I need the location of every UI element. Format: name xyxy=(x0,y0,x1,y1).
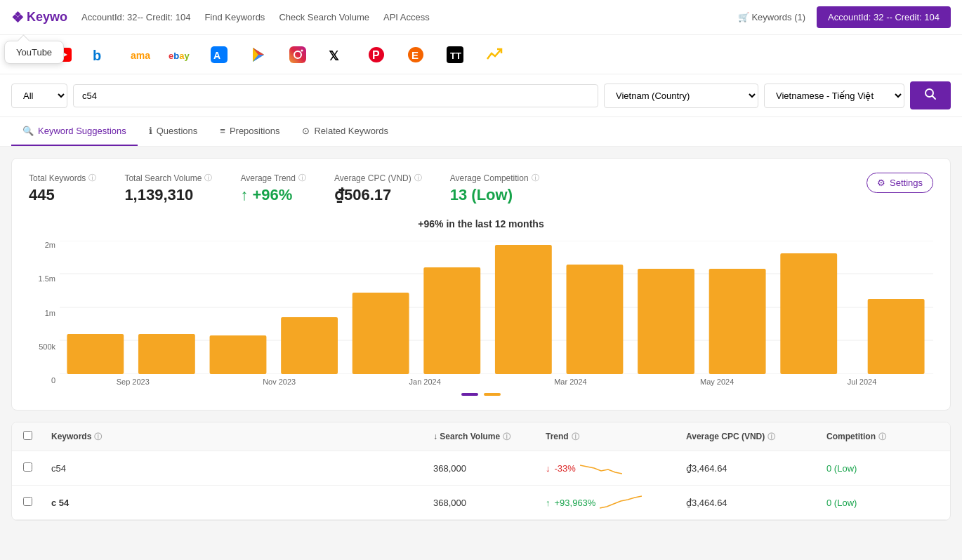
checkbox-all[interactable] xyxy=(23,431,32,440)
average-cpc-info-icon[interactable]: ⓘ xyxy=(414,173,422,183)
stats-panel: Total Keywords ⓘ 445 Total Search Volume… xyxy=(11,158,951,411)
settings-gear-icon: ⚙ xyxy=(877,178,885,188)
row1-checkbox[interactable] xyxy=(23,462,51,474)
tab-keyword-suggestions[interactable]: 🔍 Keyword Suggestions xyxy=(11,117,138,146)
col-competition: Competition ⓘ xyxy=(826,432,939,442)
platform-instagram[interactable] xyxy=(286,44,309,66)
app-logo: ❖ Keywo xyxy=(11,9,67,26)
language-select[interactable]: Vietnamese - Tiếng Việt xyxy=(764,84,904,108)
platform-amazon[interactable]: amazon xyxy=(129,44,152,66)
check-search-volume-link[interactable]: Check Search Volume xyxy=(279,12,369,22)
scope-select[interactable]: All xyxy=(11,84,67,108)
competition-col-info[interactable]: ⓘ xyxy=(878,432,886,442)
svg-rect-34 xyxy=(352,293,409,374)
svg-rect-36 xyxy=(495,245,552,374)
platform-etsy[interactable]: E xyxy=(404,44,427,66)
table-header: Keywords ⓘ ↓ Search Volume ⓘ Trend ⓘ Ave… xyxy=(12,422,950,451)
tab-prepositions[interactable]: ≡ Prepositions xyxy=(209,117,291,146)
average-trend-info-icon[interactable]: ⓘ xyxy=(298,173,306,183)
svg-text:𝕏: 𝕏 xyxy=(329,49,339,63)
tab-related-keywords[interactable]: ⊙ Related Keywords xyxy=(291,117,400,146)
chart-dot-1[interactable] xyxy=(461,393,478,396)
platform-bing[interactable]: b xyxy=(90,44,112,66)
platform-twitter[interactable]: 𝕏 xyxy=(326,44,348,66)
row1-keyword: c54 xyxy=(51,463,433,474)
svg-rect-35 xyxy=(423,267,480,374)
search-row: All Vietnam (Country) Vietnamese - Tiếng… xyxy=(0,74,962,117)
stat-total-keywords: Total Keywords ⓘ 445 xyxy=(29,173,96,204)
chart-svg xyxy=(60,241,933,374)
platform-pinterest[interactable]: P xyxy=(365,44,388,66)
row2-search-volume: 368,000 xyxy=(433,498,546,508)
checkbox-row1[interactable] xyxy=(23,462,32,472)
svg-rect-31 xyxy=(138,334,195,374)
row2-trend: ↑ +93,963% xyxy=(546,494,686,511)
chart-title: +96% in the last 12 months xyxy=(29,218,933,229)
search-volume-col-info[interactable]: ⓘ xyxy=(503,432,510,442)
logo-text: Keywo xyxy=(27,10,67,25)
col-avg-cpc: Average CPC (VND) ⓘ xyxy=(686,432,826,442)
trend-up-icon: ↑ xyxy=(546,498,551,508)
settings-button[interactable]: ⚙ Settings xyxy=(867,173,933,193)
table-row: c 54 368,000 ↑ +93,963% ₫3,464.64 0 (Low… xyxy=(12,486,950,520)
svg-text:P: P xyxy=(372,49,380,61)
row2-competition: 0 (Low) xyxy=(826,498,939,508)
average-competition-value: 13 (Low) xyxy=(450,186,539,204)
platform-tiktok[interactable]: TT xyxy=(444,44,466,66)
stat-average-trend: Average Trend ⓘ ↑ +96% xyxy=(240,173,306,204)
trend-mini-chart-1 xyxy=(580,460,622,476)
trend-arrow: ↑ xyxy=(240,186,248,204)
find-keywords-link[interactable]: Find Keywords xyxy=(204,12,265,22)
country-select[interactable]: Vietnam (Country) xyxy=(604,84,758,108)
svg-rect-40 xyxy=(780,253,837,374)
select-all-checkbox[interactable] xyxy=(23,431,51,442)
keywords-col-info[interactable]: ⓘ xyxy=(94,432,102,442)
nav-links: Find Keywords Check Search Volume API Ac… xyxy=(204,12,429,22)
chart-pagination xyxy=(29,393,933,396)
col-keywords: Keywords ⓘ xyxy=(51,432,433,442)
keywords-badge[interactable]: 🛒 Keywords (1) xyxy=(738,12,805,22)
average-competition-info-icon[interactable]: ⓘ xyxy=(532,173,539,183)
avg-cpc-col-info[interactable]: ⓘ xyxy=(767,432,775,442)
keyword-input[interactable] xyxy=(73,84,598,107)
stat-total-search-volume: Total Search Volume ⓘ 1,139,310 xyxy=(124,173,212,204)
top-nav: ❖ Keywo YouTube AccountId: 32-- Credit: … xyxy=(0,0,962,35)
svg-rect-30 xyxy=(67,334,124,374)
tab-questions-icon: ℹ xyxy=(149,126,152,136)
row2-avg-cpc: ₫3,464.64 xyxy=(686,498,826,508)
platform-playstore[interactable] xyxy=(247,44,270,66)
platform-bar: G G b amazon ebay A xyxy=(0,35,962,74)
row1-competition: 0 (Low) xyxy=(826,463,939,474)
svg-rect-37 xyxy=(567,265,624,374)
trend-mini-chart-2 xyxy=(600,494,642,511)
row2-checkbox[interactable] xyxy=(23,497,51,508)
platform-ebay[interactable]: ebay xyxy=(169,44,191,66)
svg-rect-33 xyxy=(281,317,338,374)
results-table: Keywords ⓘ ↓ Search Volume ⓘ Trend ⓘ Ave… xyxy=(11,422,951,521)
svg-text:E: E xyxy=(411,49,419,61)
row1-trend: ↓ -33% xyxy=(546,460,686,476)
account-button[interactable]: AccountId: 32 -- Credit: 104 xyxy=(817,6,951,28)
total-keywords-value: 445 xyxy=(29,186,96,204)
platform-trends[interactable] xyxy=(483,44,506,66)
account-info: AccountId: 32-- Credit: 104 xyxy=(81,12,190,22)
platform-appstore[interactable]: A xyxy=(208,44,230,66)
search-button[interactable] xyxy=(910,81,951,109)
chart-dot-2[interactable] xyxy=(484,393,501,396)
chart-bars-area: Sep 2023 Nov 2023 Jan 2024 Mar 2024 May … xyxy=(60,241,933,387)
y-axis-labels: 2m 1.5m 1m 500k 0 xyxy=(29,241,60,387)
tab-questions[interactable]: ℹ Questions xyxy=(138,117,209,146)
logo-area: ❖ Keywo YouTube xyxy=(11,9,67,26)
tab-related-icon: ⊙ xyxy=(302,126,310,136)
svg-rect-13 xyxy=(289,46,306,63)
trend-col-info[interactable]: ⓘ xyxy=(572,432,579,442)
svg-rect-32 xyxy=(210,335,267,374)
checkbox-row2[interactable] xyxy=(23,497,32,506)
total-keywords-info-icon[interactable]: ⓘ xyxy=(88,173,96,183)
api-access-link[interactable]: API Access xyxy=(383,12,430,22)
total-search-volume-info-icon[interactable]: ⓘ xyxy=(204,173,212,183)
svg-text:ebay: ebay xyxy=(169,51,190,61)
col-trend: Trend ⓘ xyxy=(546,432,686,442)
average-trend-value: ↑ +96% xyxy=(240,186,306,204)
tab-prepositions-icon: ≡ xyxy=(220,126,225,136)
